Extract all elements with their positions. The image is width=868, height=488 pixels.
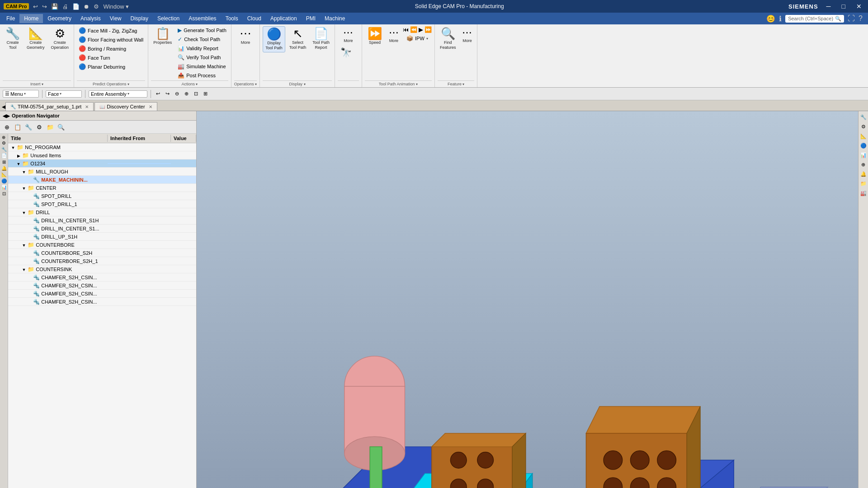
tree-row[interactable]: ▼ 📁 O1234 (8, 160, 196, 168)
expand-nc-program[interactable]: ▼ (11, 145, 15, 150)
tab-discovery[interactable]: 📖 Discovery Center ✕ (94, 102, 157, 111)
face-turn-button[interactable]: 🔴 Face Turn (77, 53, 145, 62)
rewind-button[interactable]: ⏮ (403, 26, 409, 33)
tree-row[interactable]: 🔩 DRILL_IN_CENTER_S1... (8, 225, 196, 233)
menu-file[interactable]: File (2, 14, 19, 23)
tree-row[interactable]: 🔧 MAKE_MACHININ... (8, 176, 196, 184)
menu-home[interactable]: Home (19, 14, 43, 23)
more-display-button[interactable]: ⋯ More (339, 26, 357, 45)
tree-row[interactable]: ▼ 📁 CENTER (8, 184, 196, 192)
check-tool-path-button[interactable]: ✓ Check Tool Path (176, 35, 228, 43)
close-tab-main[interactable]: ✕ (85, 104, 89, 109)
vt-icon-7[interactable]: 📐 (1, 172, 7, 177)
panel-icon-4[interactable]: ⚙ (34, 122, 44, 132)
step-fwd-button[interactable]: ⏩ (425, 26, 432, 33)
post-process-button[interactable]: 📤 Post Process (176, 71, 228, 80)
info-icon[interactable]: ℹ (779, 14, 782, 23)
tree-row[interactable]: 🔩 CHAMFER_S2H_CSIN... (8, 290, 196, 298)
expand-countersink[interactable]: ▼ (22, 267, 26, 272)
vt-icon-2[interactable]: ⚙ (2, 141, 6, 145)
face-mill-button[interactable]: 🔵 Face Mill - Zig, ZigZag (77, 26, 145, 35)
close-tab-discovery[interactable]: ✕ (149, 104, 152, 109)
menu-pmi[interactable]: PMI (302, 14, 320, 23)
vt-icon-10[interactable]: ⊡ (2, 191, 6, 196)
select-tool-path-button[interactable]: ↖ SelectTool Path (287, 26, 309, 52)
menu-assemblies[interactable]: Assemblies (184, 14, 221, 23)
probe-icon[interactable]: 🔭 (339, 46, 353, 59)
save-icon[interactable]: 💾 (50, 3, 60, 10)
menu-display[interactable]: Display (126, 14, 153, 23)
tree-row[interactable]: 🔩 CHAMFER_S2H_CSIN... (8, 298, 196, 306)
speed-button[interactable]: ⏩ Speed (365, 26, 385, 47)
verify-tool-path-button[interactable]: 🔍 Verify Tool Path (176, 53, 228, 61)
panel-icon-2[interactable]: 📋 (13, 122, 23, 132)
undo-icon[interactable]: ↩ (32, 3, 39, 10)
3d-viewport[interactable]: X Y Z (197, 111, 858, 488)
tree-row[interactable]: 🔩 SPOT_DRILL (8, 192, 196, 200)
planar-deburring-button[interactable]: 🔵 Planar Deburring (77, 62, 145, 71)
sidebar-icon-9[interactable]: 🏭 (859, 189, 868, 197)
properties-button[interactable]: 📋 Properties (151, 26, 174, 47)
expand-counterbore[interactable]: ▼ (22, 243, 26, 248)
menu-analysis[interactable]: Analysis (76, 14, 105, 23)
sidebar-icon-4[interactable]: 🔵 (859, 141, 868, 150)
ipw-button[interactable]: 📦 IPW ▾ (405, 34, 430, 42)
zoom-in-btn[interactable]: ⊕ (183, 90, 190, 98)
menu-geometry[interactable]: Geometry (43, 14, 76, 23)
more-operations-button[interactable]: ⋯ More (236, 26, 255, 47)
tree-row[interactable]: 🔩 DRILL_UP_S1H (8, 233, 196, 241)
sidebar-icon-8[interactable]: 📁 (859, 179, 868, 188)
settings-icon[interactable]: ⚙ (92, 3, 100, 10)
create-tool-button[interactable]: 🔧 CreateTool (3, 26, 23, 52)
tab-main-file[interactable]: 🔧 TRM-05754_par_setup_1.prt ✕ (5, 102, 94, 111)
menu-dropdown[interactable]: ☰ Menu ▾ (3, 90, 39, 98)
vt-icon-6[interactable]: 🔔 (1, 166, 7, 171)
menu-application[interactable]: Application (266, 14, 302, 23)
menu-machine[interactable]: Machine (320, 14, 349, 23)
window-menu-icon[interactable]: Window ▾ (102, 3, 130, 10)
sidebar-icon-1[interactable]: 🔧 (859, 113, 868, 121)
tree-row[interactable]: ▼ 📁 COUNTERSINK (8, 265, 196, 273)
panel-icon-3[interactable]: 🔧 (24, 122, 33, 132)
tree-row[interactable]: ▼ 📁 DRILL (8, 208, 196, 216)
menu-selection[interactable]: Selection (153, 14, 184, 23)
sidebar-icon-7[interactable]: 🔔 (859, 170, 868, 178)
vt-icon-5[interactable]: ⊞ (2, 160, 6, 164)
tree-row[interactable]: 🔩 DRILL_IN_CENTER_S1H (8, 216, 196, 225)
question-icon[interactable]: ? (859, 14, 863, 23)
expand-o1234[interactable]: ▼ (16, 162, 21, 166)
expand-unused[interactable]: ▶ (16, 154, 21, 158)
expand-mill-rough[interactable]: ▼ (22, 170, 26, 174)
tree-row[interactable]: ▼ 📁 MILL_ROUGH (8, 168, 196, 176)
tree-row[interactable]: ▶ 📁 Unused Items (8, 151, 196, 160)
vt-icon-4[interactable]: 📄 (1, 153, 7, 158)
panel-icon-1[interactable]: ⊕ (2, 122, 12, 132)
find-features-button[interactable]: 🔍 FindFeatures (438, 26, 458, 52)
floor-facing-button[interactable]: 🔵 Floor Facing without Wall (77, 35, 145, 44)
more-animation-button[interactable]: ⋯ More (387, 26, 401, 45)
close-button[interactable]: ✕ (854, 2, 864, 11)
sidebar-icon-5[interactable]: 📊 (859, 151, 868, 159)
vt-icon-1[interactable]: ⊕ (1, 136, 6, 139)
maximize-button[interactable]: □ (839, 2, 848, 11)
tree-row[interactable]: ▼ 📁 NC_PROGRAM (8, 143, 196, 151)
vt-icon-3[interactable]: 🔧 (1, 147, 7, 152)
menu-tools[interactable]: Tools (221, 14, 243, 23)
print-icon[interactable]: 🖨 (61, 3, 70, 10)
help-icon[interactable]: 😊 (766, 14, 775, 23)
sidebar-icon-3[interactable]: 📐 (859, 132, 868, 140)
forward-btn[interactable]: ↪ (164, 90, 171, 98)
panel-icon-5[interactable]: 📁 (45, 122, 55, 132)
sidebar-icon-6[interactable]: ⊕ (859, 160, 868, 169)
validity-report-button[interactable]: 📊 Validity Report (176, 44, 228, 52)
play-button[interactable]: ▶ (419, 26, 423, 33)
expand-center[interactable]: ▼ (22, 186, 26, 191)
zoom-out-btn[interactable]: ⊖ (173, 90, 181, 98)
new-icon[interactable]: 📄 (71, 3, 81, 10)
vt-icon-9[interactable]: 📊 (1, 185, 7, 190)
tree-row[interactable]: ▼ 📁 COUNTERBORE (8, 241, 196, 249)
tree-row[interactable]: 🔩 CHAMFER_S2H_CSIN... (8, 282, 196, 290)
back-btn[interactable]: ↩ (154, 90, 162, 98)
boring-reaming-button[interactable]: 🔴 Boring / Reaming (77, 44, 145, 53)
assembly-dropdown[interactable]: Entire Assembly ▾ (89, 90, 147, 98)
